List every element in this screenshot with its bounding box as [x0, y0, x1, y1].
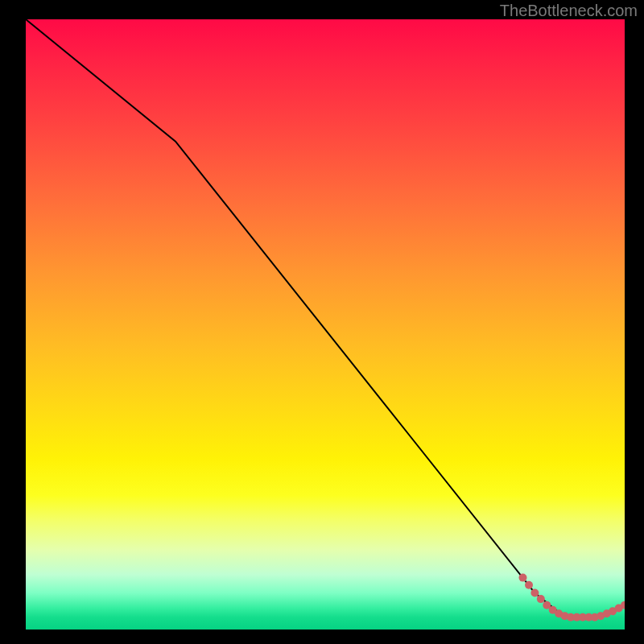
curve-marker — [519, 574, 527, 582]
plot-area — [26, 19, 625, 630]
marker-group — [519, 574, 625, 621]
watermark-text: TheBottleneck.com — [500, 2, 638, 20]
curve-marker — [525, 581, 533, 589]
chart-container: TheBottleneck.com — [0, 0, 644, 644]
curve-marker — [537, 595, 545, 603]
chart-svg — [26, 19, 625, 630]
bottleneck-curve — [26, 19, 625, 617]
curve-marker — [530, 589, 539, 597]
